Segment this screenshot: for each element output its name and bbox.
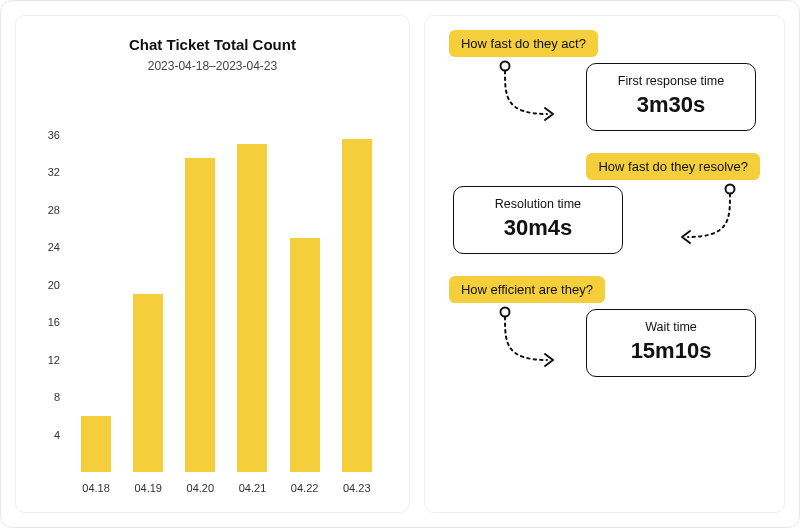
bars-container xyxy=(66,97,387,472)
bar xyxy=(342,139,372,472)
kpi-block: How fast do they act?First response time… xyxy=(443,30,766,131)
kpi-block: How fast do they resolve?Resolution time… xyxy=(443,153,766,254)
kpi-question-badge: How fast do they resolve? xyxy=(586,153,760,180)
x-axis: 04.1804.1904.2004.2104.2204.23 xyxy=(38,472,387,494)
kpi-card: First response time3m30s xyxy=(586,63,756,131)
kpi-question-badge: How efficient are they? xyxy=(449,276,605,303)
y-axis: 4812162024283236 xyxy=(38,97,66,472)
x-tick: 04.21 xyxy=(237,482,267,494)
kpi-value: 30m4s xyxy=(474,215,602,241)
y-tick: 28 xyxy=(48,204,60,216)
x-tick: 04.20 xyxy=(185,482,215,494)
y-tick: 20 xyxy=(48,279,60,291)
bar xyxy=(133,294,163,472)
kpi-panel: How fast do they act?First response time… xyxy=(424,15,785,513)
kpi-card: Resolution time30m4s xyxy=(453,186,623,254)
x-tick: 04.22 xyxy=(290,482,320,494)
y-tick: 4 xyxy=(54,429,60,441)
y-tick: 36 xyxy=(48,129,60,141)
bar xyxy=(81,416,111,472)
x-tick: 04.19 xyxy=(133,482,163,494)
chart-plot: 4812162024283236 xyxy=(38,97,387,472)
kpi-question-badge: How fast do they act? xyxy=(449,30,598,57)
y-tick: 24 xyxy=(48,241,60,253)
y-tick: 12 xyxy=(48,354,60,366)
dashboard: Chat Ticket Total Count 2023-04-18–2023-… xyxy=(0,0,800,528)
x-tick: 04.23 xyxy=(342,482,372,494)
chart-panel: Chat Ticket Total Count 2023-04-18–2023-… xyxy=(15,15,410,513)
kpi-value: 15m10s xyxy=(607,338,735,364)
bar xyxy=(237,144,267,472)
kpi-metric-label: Wait time xyxy=(607,320,735,334)
kpi-block: How efficient are they?Wait time15m10s xyxy=(443,276,766,377)
chart-subtitle: 2023-04-18–2023-04-23 xyxy=(38,59,387,73)
y-tick: 32 xyxy=(48,166,60,178)
kpi-card: Wait time15m10s xyxy=(586,309,756,377)
chart-area: 4812162024283236 04.1804.1904.2004.2104.… xyxy=(38,97,387,494)
chart-title: Chat Ticket Total Count xyxy=(38,36,387,53)
x-tick: 04.18 xyxy=(81,482,111,494)
y-tick: 8 xyxy=(54,391,60,403)
bar xyxy=(290,238,320,472)
y-tick: 16 xyxy=(48,316,60,328)
kpi-metric-label: First response time xyxy=(607,74,735,88)
kpi-metric-label: Resolution time xyxy=(474,197,602,211)
kpi-value: 3m30s xyxy=(607,92,735,118)
bar xyxy=(185,158,215,472)
